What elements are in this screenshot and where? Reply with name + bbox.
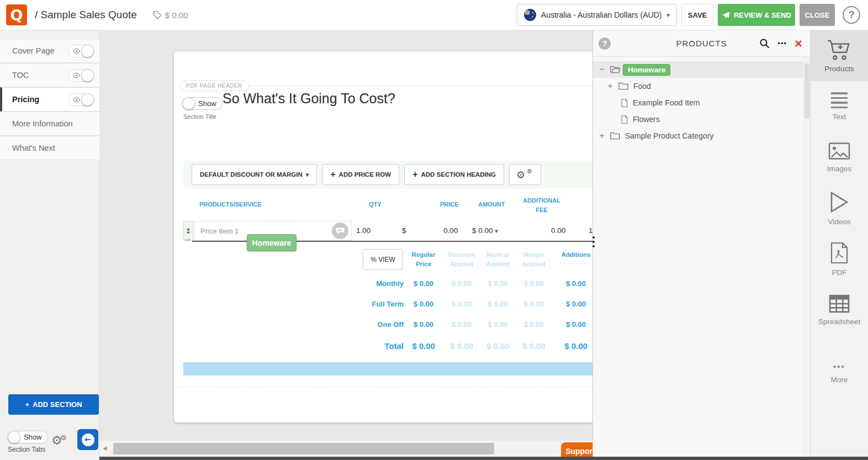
scrollbar-thumb[interactable] [113,443,494,454]
close-button[interactable]: CLOSE [800,4,835,26]
panel-scrollbar-thumb[interactable] [805,64,809,119]
col-header-additional-fee: ADDITIONAL FEE [521,196,562,214]
help-button[interactable]: ? [843,6,860,24]
tool-label: Images [827,165,851,173]
plus-icon: + [330,170,335,179]
collapse-icon[interactable]: − [597,64,606,75]
section-title-toggle[interactable]: Show [182,97,223,110]
sidebar-item-more-information[interactable]: More Information [0,112,99,136]
australia-flag-icon [524,9,536,21]
currency-selector[interactable]: Australia - Australian Dollars (AUD) ▾ [517,4,677,26]
visibility-toggle[interactable] [68,45,94,57]
folder-icon [610,131,621,140]
save-button[interactable]: SAVE [681,4,713,26]
summary-value: $ 0.00 [480,314,516,335]
tree-item-label: Sample Product Category [625,131,713,140]
col-header-products-service: PRODUCTS/SERVICE [199,201,262,208]
add-section-heading-label: ADD SECTION HEADING [421,171,495,178]
sidebar-item-whats-next[interactable]: What's Next [0,136,99,160]
tree-item-label: Example Food Item [633,98,700,107]
price-cell[interactable]: 0.00 [443,226,458,235]
toggle-knob [8,431,20,443]
sidebar-item-pricing[interactable]: Pricing [0,87,99,112]
add-price-row-button[interactable]: + ADD PRICE ROW [322,164,399,185]
tool-videos[interactable]: Videos [811,183,868,234]
window-edge [99,457,868,460]
add-section-heading-button[interactable]: + ADD SECTION HEADING [404,164,504,185]
app-logo[interactable]: Q [6,4,27,25]
tree-item-flowers[interactable]: Flowers [593,111,810,128]
tool-label: PDF [832,268,847,277]
row-menu-handle[interactable] [592,236,595,247]
panel-scrollbar[interactable] [803,57,810,460]
tool-more[interactable]: ••• More [811,347,868,398]
tool-pdf[interactable]: PDF [811,234,868,284]
toggle-knob [81,69,94,82]
amount-select[interactable]: $ 0.00 ▾ [472,226,498,235]
review-send-button[interactable]: REVIEW & SEND [718,4,795,26]
toggle-knob [81,93,94,106]
collapse-sidebar-button[interactable]: ← [77,429,98,450]
tool-label: Spreadsheet [818,318,861,326]
review-send-label: REVIEW & SEND [734,11,791,19]
additional-fee-cell[interactable]: 0.00 [551,226,565,235]
scroll-left-arrow[interactable]: ◀ [103,445,107,451]
sidebar-item-toc[interactable]: TOC [0,63,99,87]
horizontal-scrollbar[interactable]: ◀ [99,441,592,457]
tool-spreadsheet[interactable]: Spreadsheet [811,284,868,335]
default-discount-margin-button[interactable]: DEFAULT DISCOUNT OR MARGIN ▾ [192,164,317,185]
qty-cell[interactable]: 1.00 [356,226,371,235]
tag-icon [152,10,162,20]
eye-icon [72,96,81,104]
plus-icon: + [412,170,417,179]
summary-row-label: Total [362,335,404,357]
tool-text[interactable]: Text [811,81,868,132]
drop-indicator-arrow: → [183,233,192,244]
folder-icon [618,82,629,91]
toggle-knob [81,45,94,57]
summary-value: $ 0.00 [516,273,552,294]
visibility-toggle[interactable] [68,93,94,106]
tool-label: More [831,376,848,384]
pricing-settings-button[interactable]: ⚙⚙ [509,164,541,185]
tool-label: Products [824,65,854,73]
add-section-button[interactable]: + ADD SECTION [8,394,99,415]
pricing-toolbar: DEFAULT DISCOUNT OR MARGIN ▾ + ADD PRICE… [183,161,592,188]
summary-value: $ 0.00 [404,335,443,357]
sidebar-item-label: What's Next [12,144,55,152]
summary-value: $ 0.00 [404,273,443,294]
sidebar-item-label: Cover Page [12,46,55,55]
visibility-toggle[interactable] [68,69,94,82]
panel-close-button[interactable]: × [795,39,802,49]
panel-help-button[interactable]: ? [599,38,611,50]
plus-icon: + [25,400,29,409]
question-icon: ? [602,39,607,48]
question-icon: ? [848,9,855,21]
tool-products[interactable]: Products [811,30,868,81]
comment-bubble-button[interactable] [332,223,348,241]
folder-open-icon [610,65,621,74]
section-settings-button[interactable]: ⚙⚙ [51,433,68,447]
sidebar-item-cover-page[interactable]: Cover Page [0,39,99,63]
content-toolbar: Products Text Images Videos PDF Spreadsh… [810,30,868,460]
section-title[interactable]: So What's It Going To Cost? [223,91,395,107]
document-page: PDF PAGE HEADER Show So What's It Going … [174,51,602,422]
section-tabs-toggle[interactable]: Show [8,431,48,443]
summary-row-label: Monthly [362,273,404,294]
summary-value: $ 0.00 [516,335,552,357]
quote-total: $ 0.00 [152,10,188,20]
expand-icon[interactable]: + [606,81,615,92]
footer-highlight-bar [183,362,602,376]
chevron-down-icon: ▾ [666,12,670,19]
tree-item-label: Food [633,82,651,91]
summary-value: $ 0.00 [404,294,443,314]
tool-images[interactable]: Images [811,132,868,183]
panel-menu-button[interactable]: ••• [777,39,787,47]
expand-icon[interactable]: + [597,130,606,141]
search-icon[interactable] [759,38,770,49]
tree-category-sample-product-category[interactable]: + Sample Product Category [593,128,810,144]
tree-category-homeware[interactable]: − Homeware [593,61,804,78]
tree-item-example-food-item[interactable]: Example Food Item [593,94,810,111]
tree-category-food[interactable]: + Food [593,78,810,94]
top-bar: Q / Sample Sales Quote $ 0.00 Australia … [0,0,868,30]
